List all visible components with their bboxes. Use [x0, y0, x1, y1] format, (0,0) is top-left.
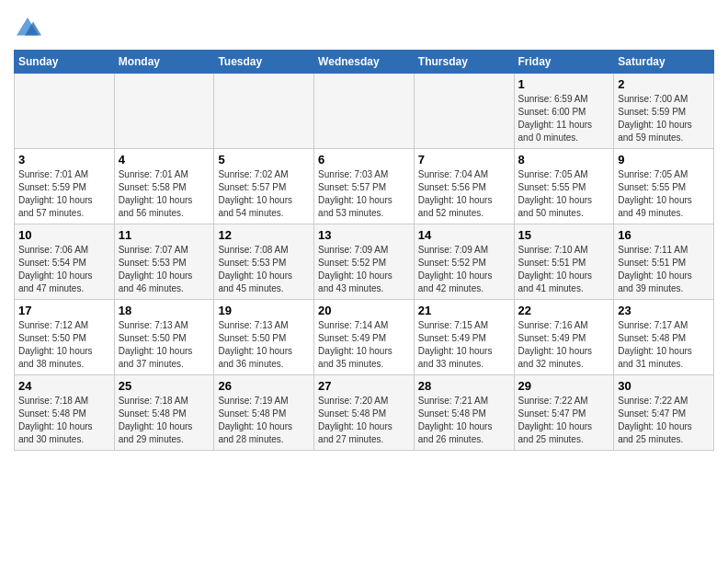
- day-number: 14: [418, 228, 510, 242]
- calendar-cell: 6Sunrise: 7:03 AM Sunset: 5:57 PM Daylig…: [314, 149, 415, 224]
- day-number: 28: [418, 379, 510, 393]
- calendar-week-row: 3Sunrise: 7:01 AM Sunset: 5:59 PM Daylig…: [15, 149, 714, 224]
- calendar-cell: [314, 74, 415, 149]
- day-info: Sunrise: 7:14 AM Sunset: 5:49 PM Dayligh…: [318, 319, 410, 371]
- day-number: 17: [18, 304, 110, 317]
- day-number: 26: [218, 379, 310, 393]
- day-info: Sunrise: 7:00 AM Sunset: 5:59 PM Dayligh…: [618, 93, 710, 144]
- day-info: Sunrise: 7:13 AM Sunset: 5:50 PM Dayligh…: [218, 319, 310, 371]
- day-info: Sunrise: 7:15 AM Sunset: 5:49 PM Dayligh…: [418, 319, 510, 371]
- day-info: Sunrise: 7:21 AM Sunset: 5:48 PM Dayligh…: [418, 395, 510, 446]
- calendar-cell: 17Sunrise: 7:12 AM Sunset: 5:50 PM Dayli…: [15, 300, 115, 375]
- calendar-cell: 21Sunrise: 7:15 AM Sunset: 5:49 PM Dayli…: [414, 300, 514, 375]
- calendar-cell: 16Sunrise: 7:11 AM Sunset: 5:51 PM Dayli…: [614, 224, 714, 300]
- calendar-cell: 13Sunrise: 7:09 AM Sunset: 5:52 PM Dayli…: [314, 224, 415, 300]
- day-info: Sunrise: 7:09 AM Sunset: 5:52 PM Dayligh…: [418, 244, 510, 295]
- day-info: Sunrise: 7:17 AM Sunset: 5:48 PM Dayligh…: [618, 319, 710, 371]
- day-info: Sunrise: 7:01 AM Sunset: 5:59 PM Dayligh…: [18, 168, 110, 220]
- calendar-cell: 2Sunrise: 7:00 AM Sunset: 5:59 PM Daylig…: [614, 74, 714, 149]
- calendar-cell: 20Sunrise: 7:14 AM Sunset: 5:49 PM Dayli…: [314, 300, 415, 375]
- calendar-cell: 26Sunrise: 7:19 AM Sunset: 5:48 PM Dayli…: [214, 375, 314, 451]
- calendar-week-row: 1Sunrise: 6:59 AM Sunset: 6:00 PM Daylig…: [15, 74, 714, 149]
- day-number: 3: [18, 153, 110, 167]
- weekday-header: Tuesday: [214, 51, 314, 74]
- day-info: Sunrise: 7:22 AM Sunset: 5:47 PM Dayligh…: [618, 395, 710, 446]
- calendar-cell: 18Sunrise: 7:13 AM Sunset: 5:50 PM Dayli…: [114, 300, 214, 375]
- day-info: Sunrise: 7:09 AM Sunset: 5:52 PM Dayligh…: [318, 244, 410, 295]
- calendar-cell: 25Sunrise: 7:18 AM Sunset: 5:48 PM Dayli…: [114, 375, 214, 451]
- day-info: Sunrise: 7:05 AM Sunset: 5:55 PM Dayligh…: [518, 168, 610, 220]
- day-number: 24: [18, 379, 110, 393]
- logo: [14, 15, 45, 42]
- calendar-cell: 27Sunrise: 7:20 AM Sunset: 5:48 PM Dayli…: [314, 375, 415, 451]
- calendar-cell: 12Sunrise: 7:08 AM Sunset: 5:53 PM Dayli…: [214, 224, 314, 300]
- day-number: 8: [518, 153, 610, 167]
- day-number: 12: [218, 228, 310, 242]
- day-info: Sunrise: 6:59 AM Sunset: 6:00 PM Dayligh…: [518, 93, 610, 144]
- calendar-cell: 8Sunrise: 7:05 AM Sunset: 5:55 PM Daylig…: [514, 149, 614, 224]
- calendar-cell: 15Sunrise: 7:10 AM Sunset: 5:51 PM Dayli…: [514, 224, 614, 300]
- calendar-table: SundayMondayTuesdayWednesdayThursdayFrid…: [14, 50, 714, 451]
- logo-icon: [14, 15, 41, 42]
- day-info: Sunrise: 7:12 AM Sunset: 5:50 PM Dayligh…: [18, 319, 110, 371]
- weekday-header: Sunday: [15, 51, 115, 74]
- day-info: Sunrise: 7:22 AM Sunset: 5:47 PM Dayligh…: [518, 395, 610, 446]
- calendar-week-row: 24Sunrise: 7:18 AM Sunset: 5:48 PM Dayli…: [15, 375, 714, 451]
- day-number: 16: [618, 228, 710, 242]
- day-number: 2: [618, 77, 710, 91]
- calendar-week-row: 10Sunrise: 7:06 AM Sunset: 5:54 PM Dayli…: [15, 224, 714, 300]
- weekday-header: Thursday: [414, 51, 514, 74]
- day-info: Sunrise: 7:13 AM Sunset: 5:50 PM Dayligh…: [119, 319, 210, 371]
- weekday-header: Saturday: [614, 51, 714, 74]
- calendar-cell: 28Sunrise: 7:21 AM Sunset: 5:48 PM Dayli…: [414, 375, 514, 451]
- weekday-header-row: SundayMondayTuesdayWednesdayThursdayFrid…: [15, 51, 714, 74]
- day-number: 30: [618, 379, 710, 393]
- calendar-cell: 5Sunrise: 7:02 AM Sunset: 5:57 PM Daylig…: [214, 149, 314, 224]
- calendar-cell: [214, 74, 314, 149]
- calendar-cell: 10Sunrise: 7:06 AM Sunset: 5:54 PM Dayli…: [15, 224, 115, 300]
- calendar-cell: 30Sunrise: 7:22 AM Sunset: 5:47 PM Dayli…: [614, 375, 714, 451]
- page-header: [14, 9, 714, 42]
- day-number: 29: [518, 379, 610, 393]
- calendar-cell: [414, 74, 514, 149]
- day-info: Sunrise: 7:19 AM Sunset: 5:48 PM Dayligh…: [218, 395, 310, 446]
- day-number: 18: [119, 304, 210, 317]
- day-number: 15: [518, 228, 610, 242]
- weekday-header: Friday: [514, 51, 614, 74]
- calendar-cell: 7Sunrise: 7:04 AM Sunset: 5:56 PM Daylig…: [414, 149, 514, 224]
- day-info: Sunrise: 7:16 AM Sunset: 5:49 PM Dayligh…: [518, 319, 610, 371]
- calendar-week-row: 17Sunrise: 7:12 AM Sunset: 5:50 PM Dayli…: [15, 300, 714, 375]
- calendar-cell: 9Sunrise: 7:05 AM Sunset: 5:55 PM Daylig…: [614, 149, 714, 224]
- day-number: 27: [318, 379, 410, 393]
- calendar-cell: 1Sunrise: 6:59 AM Sunset: 6:00 PM Daylig…: [514, 74, 614, 149]
- calendar-cell: 23Sunrise: 7:17 AM Sunset: 5:48 PM Dayli…: [614, 300, 714, 375]
- day-number: 20: [318, 304, 410, 317]
- day-info: Sunrise: 7:18 AM Sunset: 5:48 PM Dayligh…: [18, 395, 110, 446]
- day-info: Sunrise: 7:08 AM Sunset: 5:53 PM Dayligh…: [218, 244, 310, 295]
- day-number: 4: [119, 153, 210, 167]
- calendar-cell: 4Sunrise: 7:01 AM Sunset: 5:58 PM Daylig…: [114, 149, 214, 224]
- weekday-header: Monday: [114, 51, 214, 74]
- day-number: 13: [318, 228, 410, 242]
- day-info: Sunrise: 7:05 AM Sunset: 5:55 PM Dayligh…: [618, 168, 710, 220]
- calendar-cell: 29Sunrise: 7:22 AM Sunset: 5:47 PM Dayli…: [514, 375, 614, 451]
- day-number: 7: [418, 153, 510, 167]
- weekday-header: Wednesday: [314, 51, 415, 74]
- calendar-cell: 19Sunrise: 7:13 AM Sunset: 5:50 PM Dayli…: [214, 300, 314, 375]
- day-number: 10: [18, 228, 110, 242]
- day-info: Sunrise: 7:06 AM Sunset: 5:54 PM Dayligh…: [18, 244, 110, 295]
- day-number: 1: [518, 77, 610, 91]
- day-info: Sunrise: 7:20 AM Sunset: 5:48 PM Dayligh…: [318, 395, 410, 446]
- day-info: Sunrise: 7:11 AM Sunset: 5:51 PM Dayligh…: [618, 244, 710, 295]
- day-info: Sunrise: 7:10 AM Sunset: 5:51 PM Dayligh…: [518, 244, 610, 295]
- calendar-cell: 22Sunrise: 7:16 AM Sunset: 5:49 PM Dayli…: [514, 300, 614, 375]
- day-info: Sunrise: 7:18 AM Sunset: 5:48 PM Dayligh…: [119, 395, 210, 446]
- day-number: 9: [618, 153, 710, 167]
- calendar-cell: 11Sunrise: 7:07 AM Sunset: 5:53 PM Dayli…: [114, 224, 214, 300]
- calendar-cell: 24Sunrise: 7:18 AM Sunset: 5:48 PM Dayli…: [15, 375, 115, 451]
- calendar-cell: 14Sunrise: 7:09 AM Sunset: 5:52 PM Dayli…: [414, 224, 514, 300]
- day-info: Sunrise: 7:04 AM Sunset: 5:56 PM Dayligh…: [418, 168, 510, 220]
- day-number: 6: [318, 153, 410, 167]
- day-number: 25: [119, 379, 210, 393]
- calendar-cell: 3Sunrise: 7:01 AM Sunset: 5:59 PM Daylig…: [15, 149, 115, 224]
